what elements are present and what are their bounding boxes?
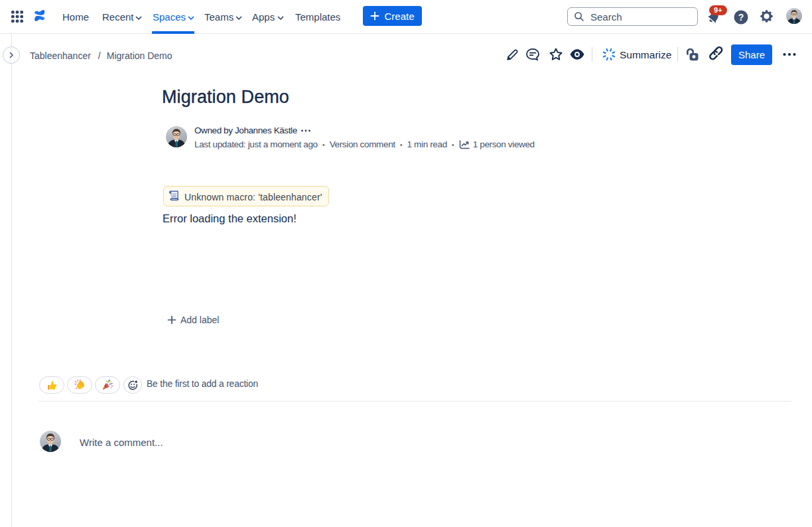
svg-text:?: ? [738, 12, 744, 23]
